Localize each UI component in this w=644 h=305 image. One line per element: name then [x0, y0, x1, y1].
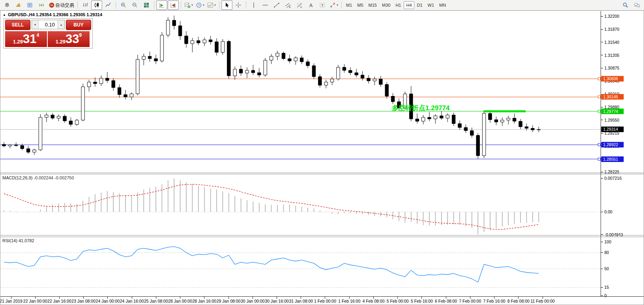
- price-axis-label: 1.31540: [605, 40, 620, 45]
- timeframe-m30-button[interactable]: M30: [380, 1, 393, 9]
- fibonacci-button[interactable]: F: [294, 0, 305, 10]
- arrows-icon: [329, 2, 336, 8]
- toolbar-separator: [154, 2, 154, 9]
- chevron-down-icon[interactable]: ▾: [191, 4, 193, 7]
- price-axis-label: 1.28225: [605, 169, 620, 174]
- bid-prefix: 1.29: [13, 39, 23, 45]
- time-axis-label: 22 Jan 16:00: [47, 299, 71, 303]
- volume-increase-button[interactable]: ▲: [58, 20, 64, 29]
- macd-axis-label: 0.007216: [605, 176, 622, 181]
- labelT-icon: T: [319, 2, 326, 8]
- time-axis-label: 1 Feb 00:00: [314, 299, 336, 303]
- timeframe-w1-button[interactable]: W1: [425, 1, 437, 9]
- macd-indicator-label: MACD(12,26,9)-0.002244 -0.002750: [2, 175, 74, 180]
- bar-chart-button[interactable]: [80, 0, 91, 10]
- vline-icon: [251, 2, 257, 8]
- profiles-button[interactable]: ▾: [195, 0, 206, 10]
- chart-shift-button[interactable]: [168, 0, 179, 10]
- level-handle[interactable]: [598, 77, 601, 80]
- trendline-button[interactable]: [271, 0, 282, 10]
- cursor-button[interactable]: [221, 0, 232, 10]
- time-axis-label: 29 Jan 08:00: [217, 299, 241, 303]
- candlestick-chart-button[interactable]: [91, 0, 102, 10]
- autotrading-icon: [49, 2, 55, 8]
- collapse-panel-icon[interactable]: ▲: [3, 13, 6, 17]
- timeframe-m15-button[interactable]: M15: [366, 1, 379, 9]
- time-axis-label: 7 Feb 00:00: [459, 299, 481, 303]
- rsi-value: 41.0782: [19, 238, 34, 243]
- level-handle[interactable]: [598, 110, 601, 113]
- time-axis-label: 21 Jan 2019: [0, 299, 22, 303]
- price-axis-label: 1.31205: [605, 53, 620, 58]
- time-axis-label: 24 Jan 16:00: [120, 299, 144, 303]
- new-order-button[interactable]: 单: [2, 0, 13, 10]
- auto-scroll-button[interactable]: [156, 0, 167, 10]
- autotrading-button[interactable]: 自动交易: [47, 0, 75, 10]
- price-axis-label: 1.32200: [605, 14, 620, 19]
- annotation-text[interactable]: 多空转折点1.29774: [392, 104, 450, 112]
- volume-decrease-button[interactable]: ▼: [32, 20, 39, 29]
- zoom-in-button[interactable]: [118, 0, 129, 10]
- crosshair-icon: [235, 2, 242, 8]
- zoom-out-button[interactable]: [129, 0, 140, 10]
- rsi-name: RSI(14): [2, 238, 17, 243]
- level-handle[interactable]: [598, 158, 601, 160]
- buy-button[interactable]: BUY: [66, 20, 91, 30]
- timeframe-d1-button[interactable]: D1: [415, 1, 425, 9]
- level-handle[interactable]: [598, 96, 601, 98]
- new-chart-button[interactable]: ▾: [183, 0, 194, 10]
- sell-button[interactable]: SELL: [5, 20, 30, 30]
- timeframe-m1-button[interactable]: M1: [344, 1, 354, 9]
- zoomout-icon: [132, 2, 138, 8]
- line-chart-button[interactable]: [103, 0, 114, 10]
- textA-icon: A: [308, 2, 314, 8]
- time-axis-label: 23 Jan 08:00: [71, 299, 95, 303]
- search-button[interactable]: [620, 0, 631, 10]
- ask-big-digits: 33: [66, 32, 79, 47]
- time-axis-label: 28 Jan 16:00: [192, 299, 216, 303]
- price-badge-label: 1.28922: [603, 142, 618, 147]
- channel-icon: E: [285, 2, 291, 8]
- arrow-objects-button[interactable]: ▾: [328, 0, 339, 10]
- chat-button[interactable]: [631, 0, 642, 10]
- time-axis-label: 11 Feb 00:00: [531, 299, 555, 303]
- svg-text:F: F: [301, 6, 302, 9]
- tile-icon: [143, 2, 150, 8]
- ask-price-box[interactable]: 1.29 33 9: [48, 31, 90, 47]
- vertical-line-button[interactable]: [248, 0, 259, 10]
- bid-big-digits: 31: [23, 32, 36, 47]
- signals-button[interactable]: [36, 0, 47, 10]
- time-axis-label: 7 Feb 16:00: [483, 299, 505, 303]
- price-badge-label: 1.29314: [603, 127, 618, 132]
- price-axis-label: 1.31870: [605, 27, 620, 32]
- volume-input[interactable]: 0.10: [39, 20, 58, 29]
- timeframe-h1-button[interactable]: H1: [393, 1, 403, 9]
- timeframe-m5-button[interactable]: M5: [355, 1, 365, 9]
- tile-windows-button[interactable]: [141, 0, 152, 10]
- chart-window-button[interactable]: [13, 0, 24, 10]
- time-axis-label: 22 Jan 00:00: [23, 299, 47, 303]
- tline-icon: [273, 2, 280, 8]
- chevron-down-icon[interactable]: ▾: [203, 4, 204, 7]
- timeframe-mn-button[interactable]: MN: [437, 1, 448, 9]
- svg-text:A: A: [309, 3, 313, 8]
- chevron-down-icon[interactable]: ▾: [214, 4, 216, 7]
- rsi-axis-label: 80: [605, 250, 609, 255]
- horizontal-line-button[interactable]: [260, 0, 271, 10]
- market-depth-button[interactable]: [24, 0, 36, 10]
- toolbar: 单自动交易▾▾▾EFAT▾M1M5M15M30H1H4D1W1MN: [0, 0, 644, 11]
- macd-values: -0.002244 -0.002750: [34, 175, 74, 180]
- equidistant-channel-button[interactable]: E: [283, 0, 294, 10]
- price-badge-label: 1.29774: [603, 109, 618, 114]
- text-label-button[interactable]: T: [317, 0, 328, 10]
- text-button[interactable]: A: [305, 0, 316, 10]
- toolbar-separator: [246, 2, 246, 9]
- crosshair-button[interactable]: [233, 0, 244, 10]
- autoscroll-icon: [159, 2, 165, 8]
- timeframe-h4-button[interactable]: H4: [404, 1, 414, 9]
- ask-prefix: 1.29: [56, 39, 66, 45]
- level-handle[interactable]: [598, 143, 601, 146]
- bid-price-box[interactable]: 1.29 31 4: [5, 31, 47, 47]
- chevron-down-icon[interactable]: ▾: [337, 4, 338, 7]
- indicators-button[interactable]: ▾: [206, 0, 217, 10]
